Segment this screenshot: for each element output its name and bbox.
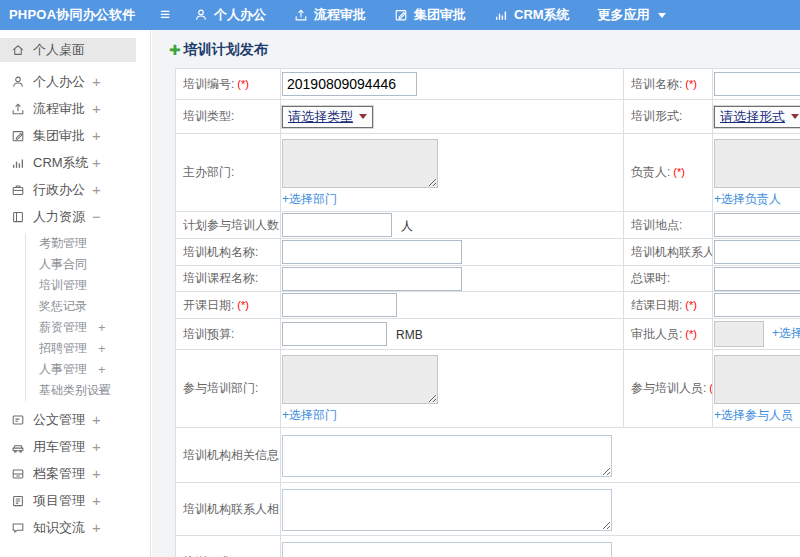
org-contact-info-textarea[interactable] <box>282 489 612 531</box>
field-label: 培训预算: <box>183 327 234 341</box>
host-dept-textarea[interactable] <box>282 139 438 188</box>
course-name-input[interactable] <box>282 267 462 291</box>
field-label: 参与培训人员: <box>631 381 706 395</box>
expander: + <box>92 153 101 170</box>
nav-crm-system[interactable]: CRM系统 <box>494 6 570 24</box>
sidebar-item-admin-office[interactable]: 行政办公 + <box>0 176 136 203</box>
sidebar-item-group-approval[interactable]: 集团审批 + <box>0 122 136 149</box>
sidebar-subitem-base-category[interactable]: 基础类别设置+ <box>26 380 137 401</box>
form-row: 培训预算: RMB 审批人员:(*) +选择审批人员 <box>176 319 800 350</box>
form-row: 培训要求: <box>176 536 800 557</box>
sidebar-subitem-reward-punishment[interactable]: 奖惩记录 <box>26 296 137 317</box>
page-title: ✚ 培训计划发布 <box>152 30 800 65</box>
form-row: 培训编号:(*) 培训名称:(*) <box>176 69 800 100</box>
clipboard-icon <box>11 494 25 508</box>
edit-icon <box>394 8 408 22</box>
field-label: 审批人员: <box>631 327 682 341</box>
sidebar-item-project-mgmt[interactable]: 项目管理 + <box>0 487 136 514</box>
nav-workflow-approval[interactable]: 流程审批 <box>294 6 366 24</box>
form-row: 开课日期:(*) 结课日期:(*) <box>176 292 800 319</box>
edit-icon <box>11 129 25 143</box>
select-join-staff-link[interactable]: +选择参与人员 <box>714 407 793 424</box>
sidebar-subitem-recruitment-mgmt[interactable]: 招聘管理+ <box>26 338 137 359</box>
required-mark: (*) <box>673 166 685 178</box>
select-dept-link[interactable]: +选择部门 <box>282 191 337 208</box>
plus-icon: ✚ <box>169 43 181 57</box>
form-row: 参与培训部门: +选择部门 参与培训人员:(*) +选择参与人员 <box>176 350 800 428</box>
field-label: 培训机构名称: <box>183 245 258 259</box>
select-dept-link[interactable]: +选择部门 <box>282 407 337 424</box>
field-label: 参与培训部门: <box>183 381 258 395</box>
sidebar-item-document-mgmt[interactable]: 公文管理 + <box>0 406 136 433</box>
upload-icon <box>294 8 308 22</box>
select-approver-link[interactable]: +选择审批人员 <box>772 326 800 340</box>
expander: + <box>92 99 101 116</box>
sidebar-item-crm-system[interactable]: CRM系统 + <box>0 149 136 176</box>
expander: + <box>92 72 101 89</box>
field-label: 计划参与培训人数: <box>183 218 281 232</box>
field-label: 培训机构联系人相关信息: <box>183 502 281 516</box>
form-row: 培训类型: 请选择类型 培训形式: 请选择形式 <box>176 100 800 134</box>
book-icon <box>11 210 25 224</box>
sidebar-item-archive-mgmt[interactable]: 档案管理 + <box>0 460 136 487</box>
planned-count-input[interactable] <box>282 213 392 237</box>
sidebar-subitem-personnel-mgmt[interactable]: 人事管理+ <box>26 359 137 380</box>
join-dept-textarea[interactable] <box>282 355 438 404</box>
expander: + <box>92 410 101 427</box>
expander: + <box>92 464 101 481</box>
sidebar-subitem-training-mgmt[interactable]: 培训管理 <box>26 275 137 296</box>
field-label: 培训地点: <box>631 218 682 232</box>
nav-more-apps[interactable]: 更多应用 <box>598 6 666 24</box>
field-label: 总课时: <box>631 271 670 285</box>
sidebar-item-personal-desktop[interactable]: 个人桌面 <box>0 38 136 62</box>
required-mark: (*) <box>237 78 249 90</box>
approver-box[interactable] <box>714 321 764 347</box>
budget-input[interactable] <box>282 322 387 346</box>
sidebar-item-vehicle-mgmt[interactable]: 用车管理 + <box>0 433 136 460</box>
requirements-textarea[interactable] <box>282 542 612 557</box>
field-label: 主办部门: <box>183 165 234 179</box>
field-label: 开课日期: <box>183 298 234 312</box>
sidebar-subitem-salary-mgmt[interactable]: 薪资管理+ <box>26 317 137 338</box>
sidebar-item-personal-office[interactable]: 个人办公 + <box>0 68 136 95</box>
user-icon <box>194 8 208 22</box>
required-mark: (*) <box>685 299 697 311</box>
org-contact-input[interactable] <box>714 240 800 264</box>
sidebar-item-human-resources[interactable]: 人力资源 − <box>0 203 136 230</box>
sidebar-item-workflow-approval[interactable]: 流程审批 + <box>0 95 136 122</box>
field-label: 培训编号: <box>183 77 234 91</box>
bar-chart-icon <box>494 8 508 22</box>
expander: + <box>92 437 101 454</box>
nav-group-approval[interactable]: 集团审批 <box>394 6 466 24</box>
sidebar-subitem-attendance[interactable]: 考勤管理 <box>26 233 137 254</box>
upload-icon <box>11 102 25 116</box>
field-label: 培训名称: <box>631 77 682 91</box>
select-leader-link[interactable]: +选择负责人 <box>714 191 781 208</box>
sidebar-subitem-hr-contract[interactable]: 人事合同 <box>26 254 137 275</box>
training-form-select[interactable]: 请选择形式 <box>714 106 800 128</box>
start-date-input[interactable] <box>282 293 397 317</box>
hamburger-menu-icon[interactable]: ≡ <box>150 5 180 25</box>
currency-suffix: RMB <box>396 328 423 342</box>
sidebar-item-knowledge-exchange[interactable]: 知识交流 + <box>0 514 136 541</box>
expander: + <box>92 180 101 197</box>
chat-icon <box>11 521 25 535</box>
org-info-textarea[interactable] <box>282 435 612 477</box>
org-name-input[interactable] <box>282 240 462 264</box>
field-label: 培训机构相关信息: <box>183 448 281 462</box>
leader-textarea[interactable] <box>714 139 800 188</box>
caret-down-icon <box>658 13 666 18</box>
total-hours-input[interactable] <box>714 267 800 291</box>
training-type-select[interactable]: 请选择类型 <box>282 106 373 128</box>
location-input[interactable] <box>714 213 800 237</box>
form-row: 培训课程名称: 总课时: <box>176 266 800 292</box>
nav-personal-office[interactable]: 个人办公 <box>194 6 266 24</box>
training-name-input[interactable] <box>714 72 800 96</box>
top-nav: 个人办公 流程审批 集团审批 CRM系统 更多应用 <box>194 6 666 24</box>
expander: + <box>98 340 106 355</box>
field-label: 培训课程名称: <box>183 271 258 285</box>
join-staff-textarea[interactable] <box>714 355 800 404</box>
form-row: 培训机构名称: 培训机构联系人: <box>176 239 800 266</box>
end-date-input[interactable] <box>714 293 800 317</box>
training-no-input[interactable] <box>282 72 417 96</box>
